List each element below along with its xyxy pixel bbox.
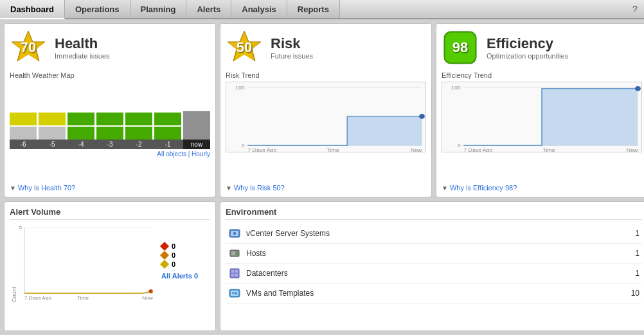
efficiency-score: 98 bbox=[452, 39, 468, 56]
weather-col-7 bbox=[183, 111, 210, 140]
svg-rect-44 bbox=[235, 274, 238, 276]
svg-marker-9 bbox=[247, 116, 422, 145]
critical-diamond-icon bbox=[160, 242, 169, 251]
efficiency-trend-chart: Efficiency Score 100 0 7 Days Ago Time N… bbox=[442, 82, 642, 152]
tab-analysis[interactable]: Analysis bbox=[231, 0, 287, 18]
env-list: vCenter Server Systems 1 Hosts 1 bbox=[226, 224, 642, 303]
host-icon bbox=[228, 247, 241, 260]
health-info: Health Immediate issues bbox=[55, 35, 110, 60]
critical-count: 0 bbox=[172, 242, 175, 250]
tab-dashboard[interactable]: Dashboard bbox=[0, 0, 65, 19]
tab-operations[interactable]: Operations bbox=[65, 0, 130, 18]
navbar: Dashboard Operations Planning Alerts Ana… bbox=[0, 0, 644, 19]
risk-score: 50 bbox=[237, 39, 252, 56]
weather-col-1 bbox=[10, 113, 37, 140]
risk-subtitle: Future issues bbox=[271, 52, 313, 60]
info-count: 0 bbox=[172, 260, 175, 268]
vm-count: 10 bbox=[631, 289, 640, 298]
weather-col-3 bbox=[67, 113, 94, 140]
weather-cell bbox=[154, 127, 181, 140]
weather-col-4 bbox=[96, 113, 123, 140]
env-item-vms: VM VMs and Templates 10 bbox=[226, 284, 642, 303]
risk-chart-title: Risk Trend bbox=[226, 71, 426, 79]
weather-cell bbox=[96, 127, 123, 140]
objects-link[interactable]: All objects | Hourly bbox=[10, 149, 210, 158]
weather-cell bbox=[10, 127, 37, 140]
risk-why-arrow: ▼ bbox=[226, 185, 232, 192]
vcenter-icon bbox=[228, 227, 241, 240]
health-score: 70 bbox=[21, 39, 36, 56]
svg-text:Time: Time bbox=[77, 295, 89, 300]
alert-title: Alert Volume bbox=[10, 207, 210, 220]
health-title: Health bbox=[55, 35, 110, 52]
svg-text:0: 0 bbox=[458, 143, 461, 149]
svg-text:0: 0 bbox=[242, 143, 245, 149]
time-label-neg1: -1 bbox=[154, 140, 181, 149]
environment-card: Environment vCenter Server Systems 1 bbox=[220, 201, 644, 331]
efficiency-why-link[interactable]: ▼ Why is Efficiency 98? bbox=[442, 184, 642, 192]
env-item-hosts: Hosts 1 bbox=[226, 244, 642, 264]
legend-item-info: 0 bbox=[161, 260, 208, 268]
all-alerts-count: 0 bbox=[194, 272, 198, 280]
svg-rect-41 bbox=[231, 270, 234, 273]
datacenter-name: Datacenters bbox=[246, 269, 635, 278]
efficiency-why-arrow: ▼ bbox=[442, 185, 448, 192]
legend-item-critical: 0 bbox=[161, 242, 208, 250]
env-item-vcenter: vCenter Server Systems 1 bbox=[226, 224, 642, 244]
legend-item-warning: 0 bbox=[161, 251, 208, 259]
svg-text:Now: Now bbox=[142, 295, 153, 300]
weather-col-6 bbox=[154, 113, 181, 140]
risk-why-link[interactable]: ▼ Why is Risk 50? bbox=[226, 184, 426, 192]
weather-cell bbox=[96, 113, 123, 125]
datacenter-count: 1 bbox=[635, 269, 640, 278]
risk-chart-area: Risk Trend Risk Score 100 0 bbox=[226, 71, 426, 180]
weather-cell bbox=[154, 113, 181, 125]
vm-name: VMs and Templates bbox=[246, 289, 631, 298]
risk-info: Risk Future issues bbox=[271, 35, 313, 60]
time-label-now: now bbox=[183, 140, 210, 149]
warning-count: 0 bbox=[172, 251, 175, 259]
weather-cell bbox=[183, 111, 210, 140]
weather-cell bbox=[67, 113, 94, 125]
help-button[interactable]: ? bbox=[629, 0, 644, 18]
risk-trend-chart: Risk Score 100 0 7 Days Ago Time Now bbox=[226, 82, 426, 152]
efficiency-subtitle: Optimization opportunities bbox=[487, 52, 568, 60]
host-name: Hosts bbox=[246, 249, 635, 258]
svg-point-30 bbox=[149, 289, 153, 293]
alert-card: Alert Volume 5 7 Days Ago Time bbox=[4, 201, 216, 331]
main-content: 70 Health Immediate issues Health Weathe… bbox=[0, 19, 644, 335]
svg-text:7 Days Ago: 7 Days Ago bbox=[247, 147, 277, 152]
health-why-arrow: ▼ bbox=[10, 185, 16, 192]
tab-alerts[interactable]: Alerts bbox=[186, 0, 231, 18]
health-why-link[interactable]: ▼ Why is Health 70? bbox=[10, 184, 210, 192]
efficiency-chart-title: Efficiency Trend bbox=[442, 71, 642, 79]
tab-reports[interactable]: Reports bbox=[287, 0, 340, 18]
svg-point-39 bbox=[236, 252, 238, 255]
weather-cell bbox=[67, 127, 94, 140]
health-chart-area: Health Weather Map bbox=[10, 71, 210, 180]
risk-card: 50 Risk Future issues Risk Trend Risk Sc… bbox=[220, 23, 432, 197]
weather-map: -6 -5 -4 -3 -2 -1 now All objects | Hour… bbox=[10, 82, 210, 158]
risk-header: 50 Risk Future issues bbox=[226, 29, 426, 66]
svg-point-36 bbox=[233, 232, 236, 235]
svg-rect-42 bbox=[235, 270, 238, 273]
health-card: 70 Health Immediate issues Health Weathe… bbox=[4, 23, 216, 197]
svg-rect-38 bbox=[231, 251, 235, 255]
svg-text:VM: VM bbox=[232, 291, 238, 295]
datacenter-icon bbox=[228, 267, 241, 280]
env-item-datacenters: Datacenters 1 bbox=[226, 264, 642, 284]
svg-rect-43 bbox=[231, 274, 234, 276]
svg-text:Now: Now bbox=[627, 147, 639, 152]
vm-icon: VM bbox=[228, 287, 241, 300]
weather-cell bbox=[39, 113, 66, 125]
svg-point-10 bbox=[419, 114, 425, 119]
time-label-neg2: -2 bbox=[125, 140, 152, 149]
all-alerts: All Alerts 0 bbox=[161, 272, 208, 280]
alert-legend: 0 0 0 All Alerts 0 bbox=[159, 222, 210, 300]
efficiency-chart-area: Efficiency Trend Efficiency Score 100 0 … bbox=[442, 71, 642, 180]
time-label-neg5: -5 bbox=[39, 140, 66, 149]
host-count: 1 bbox=[635, 249, 640, 258]
nav-spacer bbox=[340, 0, 629, 18]
efficiency-header: 98 Efficiency Optimization opportunities bbox=[442, 29, 642, 66]
tab-planning[interactable]: Planning bbox=[130, 0, 187, 18]
